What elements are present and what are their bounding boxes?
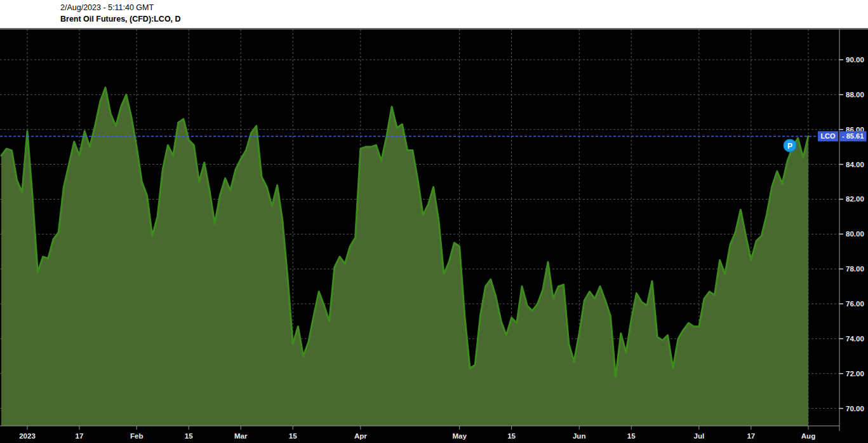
time-tick-label: Jul: [693, 432, 704, 440]
chart-window: 90.0088.0086.0084.0082.0080.0078.0076.00…: [0, 0, 868, 443]
time-tick-label: 15: [289, 432, 297, 440]
chart-timestamp: 2/Aug/2023 - 5:11:40 GMT: [60, 3, 154, 12]
p-marker[interactable]: P: [784, 139, 796, 152]
price-tick-label: 72.00: [846, 370, 864, 378]
price-tick-label: 78.00: [846, 265, 864, 273]
price-tick-label: 90.00: [846, 56, 864, 64]
price-axis-badge: LCO- 85.61: [818, 131, 867, 141]
last-price-badge-value: - 85.61: [842, 132, 864, 140]
price-tick-label: 74.00: [846, 335, 864, 343]
price-tick-label: 82.00: [846, 195, 864, 203]
price-tick-label: 76.00: [846, 300, 864, 308]
time-tick-label: May: [452, 432, 467, 440]
symbol-badge-label: LCO: [820, 132, 836, 140]
chart-header: 2/Aug/2023 - 5:11:40 GMT Brent Oil Futur…: [0, 0, 868, 29]
p-marker-label: P: [787, 142, 792, 151]
time-tick-label: Mar: [234, 432, 248, 440]
price-tick-label: 88.00: [846, 91, 864, 99]
price-chart-canvas[interactable]: 90.0088.0086.0084.0082.0080.0078.0076.00…: [0, 0, 868, 443]
time-tick-label: Jun: [573, 432, 585, 440]
time-tick-label: 15: [185, 432, 193, 440]
time-tick-label: 2023: [19, 432, 36, 440]
price-tick-label: 70.00: [846, 405, 864, 412]
time-tick-label: Aug: [801, 432, 815, 440]
price-tick-label: 80.00: [846, 230, 864, 238]
time-tick-label: 17: [76, 432, 84, 440]
time-tick-label: Feb: [130, 432, 143, 440]
price-tick-label: 84.00: [846, 161, 864, 168]
time-tick-label: 15: [627, 432, 636, 440]
time-tick-label: 17: [747, 432, 755, 440]
time-tick-label: Apr: [354, 432, 367, 440]
instrument-title: Brent Oil Futures, (CFD):LCO, D: [60, 15, 181, 24]
time-tick-label: 15: [507, 432, 516, 440]
